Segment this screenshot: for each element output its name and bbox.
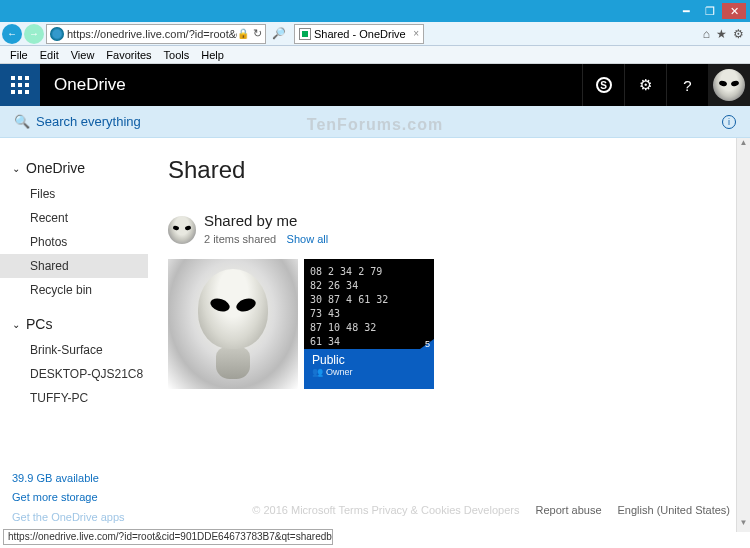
menu-bar: File Edit View Favorites Tools Help xyxy=(0,46,750,64)
get-more-storage-link[interactable]: Get more storage xyxy=(12,488,125,508)
storage-available[interactable]: 39.9 GB available xyxy=(12,469,125,489)
sidebar-item-recent[interactable]: Recent xyxy=(12,206,148,230)
skype-icon: S xyxy=(596,77,612,93)
menu-favorites[interactable]: Favorites xyxy=(100,49,157,61)
ie-icon xyxy=(50,27,64,41)
sidebar-item-pc-1[interactable]: Brink-Surface xyxy=(12,338,148,362)
people-icon: 👥 xyxy=(312,367,323,377)
menu-view[interactable]: View xyxy=(65,49,101,61)
scroll-down-icon[interactable]: ▼ xyxy=(737,518,750,532)
folder-role: Owner xyxy=(326,367,353,377)
browser-tab[interactable]: Shared - OneDrive × xyxy=(294,24,424,44)
back-button[interactable]: ← xyxy=(2,24,22,44)
item-count-badge: 5 xyxy=(425,339,430,349)
sidebar-item-recycle[interactable]: Recycle bin xyxy=(12,278,148,302)
address-bar[interactable]: https://onedrive.live.com/?id=root&cid= … xyxy=(46,24,266,44)
footer-copyright: © 2016 Microsoft Terms Privacy & Cookies… xyxy=(252,504,519,516)
waffle-icon xyxy=(11,76,29,94)
sidebar-item-files[interactable]: Files xyxy=(12,182,148,206)
sidebar-group-onedrive[interactable]: ⌄ OneDrive xyxy=(12,160,148,176)
help-button[interactable]: ? xyxy=(666,64,708,106)
shared-item-tile[interactable] xyxy=(168,259,298,389)
info-icon[interactable]: i xyxy=(722,115,736,129)
home-icon[interactable]: ⌂ xyxy=(703,27,710,41)
skype-button[interactable]: S xyxy=(582,64,624,106)
sidebar-item-pc-2[interactable]: DESKTOP-QJS21C8 xyxy=(12,362,148,386)
page-footer: © 2016 Microsoft Terms Privacy & Cookies… xyxy=(252,504,730,516)
tab-title: Shared - OneDrive xyxy=(314,28,406,40)
search-placeholder: Search everything xyxy=(36,114,141,129)
language-selector[interactable]: English (United States) xyxy=(618,504,731,516)
menu-tools[interactable]: Tools xyxy=(158,49,196,61)
alien-image xyxy=(188,269,278,379)
sidebar-group-label: OneDrive xyxy=(26,160,85,176)
search-dropdown-icon[interactable]: 🔎 xyxy=(268,27,290,40)
section-subtitle: 2 items shared xyxy=(204,233,276,245)
menu-help[interactable]: Help xyxy=(195,49,230,61)
shared-folder-tile[interactable]: 08 2 34 2 79 82 26 3430 87 4 61 32 73 43… xyxy=(304,259,434,389)
app-launcher-button[interactable] xyxy=(0,64,40,106)
menu-file[interactable]: File xyxy=(4,49,34,61)
search-icon: 🔍 xyxy=(14,114,30,129)
browser-status-bar: https://onedrive.live.com/?id=root&cid=9… xyxy=(3,529,333,545)
forward-button[interactable]: → xyxy=(24,24,44,44)
show-all-link[interactable]: Show all xyxy=(287,233,329,245)
sidebar-item-photos[interactable]: Photos xyxy=(12,230,148,254)
brand-label[interactable]: OneDrive xyxy=(54,75,126,95)
report-abuse-link[interactable]: Report abuse xyxy=(535,504,601,516)
maximize-button[interactable]: ❐ xyxy=(698,3,722,19)
chevron-down-icon: ⌄ xyxy=(12,319,20,330)
gear-icon: ⚙ xyxy=(639,76,652,94)
favorites-star-icon[interactable]: ★ xyxy=(716,27,727,41)
main-content: Shared Shared by me 2 items shared Show … xyxy=(148,138,750,532)
sidebar-group-pcs[interactable]: ⌄ PCs xyxy=(12,316,148,332)
onedrive-favicon xyxy=(299,28,311,40)
get-apps-link[interactable]: Get the OneDrive apps xyxy=(12,508,125,528)
chevron-down-icon: ⌄ xyxy=(12,163,20,174)
ssl-lock-icon: 🔒 xyxy=(237,28,249,39)
sidebar: ⌄ OneDrive Files Recent Photos Shared Re… xyxy=(0,138,148,532)
scroll-up-icon[interactable]: ▲ xyxy=(737,138,750,152)
sidebar-item-pc-3[interactable]: TUFFY-PC xyxy=(12,386,148,410)
window-titlebar: ━ ❐ ✕ xyxy=(0,0,750,22)
page-title: Shared xyxy=(168,156,730,184)
account-button[interactable] xyxy=(708,64,750,106)
url-text: https://onedrive.live.com/?id=root&cid= xyxy=(67,28,237,40)
section-title: Shared by me xyxy=(204,212,328,229)
app-header: OneDrive S ⚙ ? xyxy=(0,64,750,106)
settings-button[interactable]: ⚙ xyxy=(624,64,666,106)
refresh-icon[interactable]: ↻ xyxy=(253,27,262,40)
minimize-button[interactable]: ━ xyxy=(674,3,698,19)
help-icon: ? xyxy=(683,77,691,94)
menu-edit[interactable]: Edit xyxy=(34,49,65,61)
search-bar[interactable]: 🔍 Search everything i xyxy=(0,106,750,138)
browser-nav-bar: ← → https://onedrive.live.com/?id=root&c… xyxy=(0,22,750,46)
vertical-scrollbar[interactable]: ▲ ▼ xyxy=(736,138,750,532)
tab-close-icon[interactable]: × xyxy=(413,28,419,39)
avatar xyxy=(713,69,745,101)
tools-gear-icon[interactable]: ⚙ xyxy=(733,27,744,41)
sidebar-group-label: PCs xyxy=(26,316,52,332)
avatar xyxy=(168,216,196,244)
sidebar-item-shared[interactable]: Shared xyxy=(0,254,148,278)
close-button[interactable]: ✕ xyxy=(722,3,746,19)
folder-name: Public xyxy=(312,353,426,367)
